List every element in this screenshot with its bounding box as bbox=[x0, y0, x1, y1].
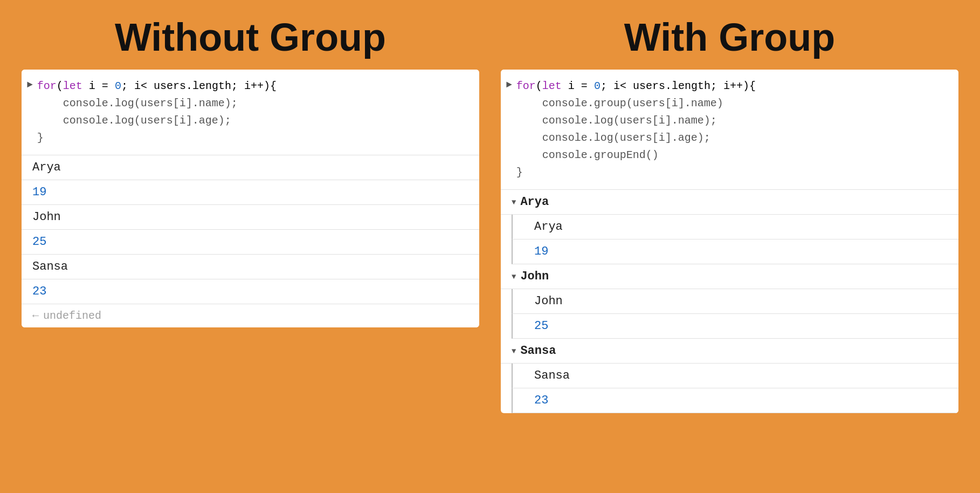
left-undefined-row: ← undefined bbox=[22, 304, 479, 327]
left-output-sansa: Sansa bbox=[22, 255, 479, 279]
left-column: Without Group ► for(let i = 0; i< users.… bbox=[22, 16, 479, 477]
left-code-block: ► for(let i = 0; i< users.length; i++){ … bbox=[22, 70, 479, 155]
right-code-content: for(let i = 0; i< users.length; i++){ co… bbox=[516, 78, 756, 181]
right-sansa-child-age: 23 bbox=[512, 388, 958, 413]
right-column: With Group ► for(let i = 0; i< users.len… bbox=[501, 16, 958, 477]
left-undefined-text: undefined bbox=[43, 310, 101, 322]
right-arya-child-name: Arya bbox=[512, 215, 958, 239]
right-group-arya-header[interactable]: ▼ Arya bbox=[501, 190, 958, 215]
left-code-line-2: console.log(users[i].name); bbox=[37, 95, 277, 112]
right-john-child-name: John bbox=[512, 289, 958, 314]
right-code-block: ► for(let i = 0; i< users.length; i++){ … bbox=[501, 70, 958, 190]
left-output-23: 23 bbox=[22, 279, 479, 304]
left-code-line-1: for(let i = 0; i< users.length; i++){ bbox=[37, 78, 277, 94]
left-console-panel: ► for(let i = 0; i< users.length; i++){ … bbox=[22, 70, 479, 327]
john-triangle-icon: ▼ bbox=[512, 272, 516, 281]
left-output-19: 19 bbox=[22, 180, 479, 205]
right-arya-child-age: 19 bbox=[512, 239, 958, 264]
right-group-john-header[interactable]: ▼ John bbox=[501, 264, 958, 289]
sansa-group-label: Sansa bbox=[520, 344, 556, 358]
left-output-arya: Arya bbox=[22, 155, 479, 180]
right-title: With Group bbox=[624, 16, 835, 59]
right-code-line-1: for(let i = 0; i< users.length; i++){ bbox=[516, 78, 756, 94]
left-title: Without Group bbox=[115, 16, 386, 59]
right-code-line-2: console.group(users[i].name) bbox=[516, 95, 756, 112]
right-console-panel: ► for(let i = 0; i< users.length; i++){ … bbox=[501, 70, 958, 413]
sansa-triangle-icon: ▼ bbox=[512, 347, 516, 355]
john-group-label: John bbox=[520, 270, 549, 283]
left-code-line-4: } bbox=[37, 130, 277, 146]
left-output-25: 25 bbox=[22, 230, 479, 255]
left-code-arrow: ► bbox=[27, 79, 33, 90]
left-code-line-3: console.log(users[i].age); bbox=[37, 113, 277, 129]
left-output-john: John bbox=[22, 205, 479, 230]
right-john-child-age: 25 bbox=[512, 314, 958, 339]
right-code-line-3: console.log(users[i].name); bbox=[516, 113, 756, 129]
right-code-line-6: } bbox=[516, 165, 756, 181]
arya-group-label: Arya bbox=[520, 195, 549, 209]
left-arrow-icon: ← bbox=[32, 310, 39, 322]
right-sansa-child-name: Sansa bbox=[512, 364, 958, 388]
arya-triangle-icon: ▼ bbox=[512, 198, 516, 207]
right-code-line-5: console.groupEnd() bbox=[516, 147, 756, 163]
right-code-line-4: console.log(users[i].age); bbox=[516, 130, 756, 146]
right-code-arrow: ► bbox=[506, 79, 512, 90]
right-group-sansa-header[interactable]: ▼ Sansa bbox=[501, 339, 958, 364]
left-code-content: for(let i = 0; i< users.length; i++){ co… bbox=[37, 78, 277, 146]
main-container: Without Group ► for(let i = 0; i< users.… bbox=[0, 0, 980, 493]
